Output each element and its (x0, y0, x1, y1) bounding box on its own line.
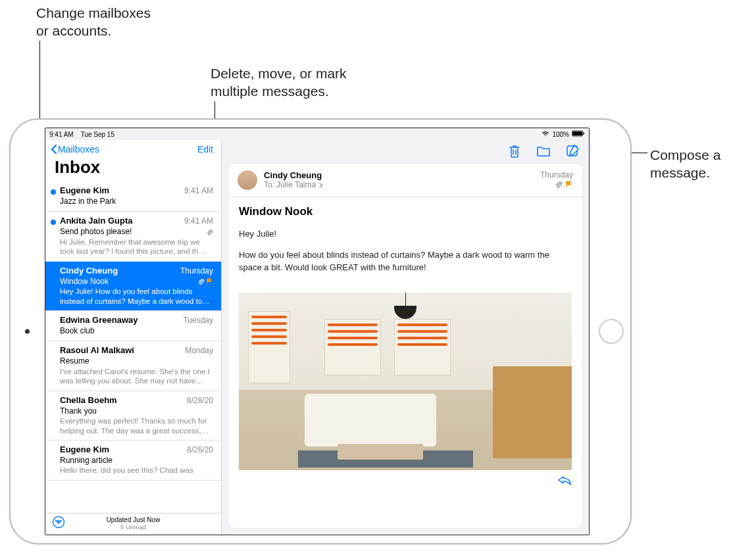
msg-preview: Hi Julie, Remember that awesome trip we … (60, 237, 213, 256)
sidebar-footer: Updated Just Now 5 Unread (45, 513, 221, 535)
mail-from[interactable]: Cindy Cheung (264, 170, 534, 180)
msg-preview: Hello there, did you see this? Chad was (60, 466, 213, 475)
callout-compose: Compose a message. (650, 146, 720, 182)
msg-date: Thursday (180, 266, 213, 277)
message-item[interactable]: Eugene Kim8/26/20Running articleHello th… (45, 441, 221, 481)
message-item[interactable]: Chella Boehm8/28/20Thank youEverything w… (45, 391, 221, 441)
status-date: Tue Sep 15 (81, 131, 114, 138)
mail-body-text: How do you feel about blinds instead of … (239, 249, 572, 274)
ipad-frame: 9:41 AM Tue Sep 15 100% (9, 118, 632, 544)
filter-icon (52, 516, 65, 529)
msg-date: 9:41 AM (184, 216, 213, 227)
mail-header: Cindy Cheung To: Julie Talma Thursday (228, 164, 582, 197)
home-button[interactable] (599, 319, 624, 344)
footer-unread: 5 Unread (52, 523, 214, 531)
chevron-right-icon (318, 183, 324, 188)
msg-sender: Rasoul Al Malkawi (60, 345, 134, 356)
svg-rect-1 (572, 132, 582, 135)
callout-mailboxes: Change mailboxes or accounts. (36, 4, 151, 40)
status-bar: 9:41 AM Tue Sep 15 100% (45, 128, 589, 140)
msg-date: 8/26/20 (187, 445, 213, 456)
detail-pane: Cindy Cheung To: Julie Talma Thursday (222, 140, 589, 535)
svg-rect-2 (584, 133, 585, 135)
msg-date: Tuesday (183, 316, 213, 326)
msg-preview: I've attached Carol's resume. She's the … (60, 367, 213, 386)
msg-sender: Eugene Kim (60, 445, 109, 456)
message-item[interactable]: Edwina GreenawayTuesdayBook club (45, 311, 221, 341)
status-time: 9:41 AM (49, 131, 74, 138)
msg-date: Monday (185, 346, 213, 356)
chevron-left-icon (51, 144, 57, 155)
paperclip-icon (197, 278, 205, 285)
msg-date: 9:41 AM (184, 186, 213, 197)
msg-sender: Chella Boehm (60, 395, 117, 406)
message-item[interactable]: Eugene Kim9:41 AMJazz in the Park (45, 181, 221, 212)
mail-card: Cindy Cheung To: Julie Talma Thursday (228, 164, 582, 528)
paperclip-icon (555, 181, 563, 189)
inbox-title: Inbox (45, 156, 221, 181)
paperclip-icon (206, 229, 213, 236)
flag-icon (206, 278, 213, 285)
folder-icon (536, 145, 551, 158)
msg-sender: Eugene Kim (60, 185, 109, 197)
toolbar (222, 140, 589, 161)
battery-icon (572, 130, 585, 138)
avatar[interactable] (238, 170, 257, 190)
msg-subject: Book club (60, 326, 95, 337)
message-item[interactable]: Rasoul Al MalkawiMondayResumeI've attach… (45, 341, 221, 391)
reply-icon (557, 474, 572, 486)
mail-date: Thursday (540, 170, 573, 180)
battery-pct: 100% (552, 131, 569, 138)
message-item[interactable]: Cindy CheungThursdayWindow NookHey Julie… (45, 262, 221, 311)
mailboxes-back-button[interactable]: Mailboxes (51, 144, 99, 155)
screen: 9:41 AM Tue Sep 15 100% (45, 128, 590, 535)
msg-subject: Thank you (60, 406, 97, 417)
flag-icon (565, 181, 573, 189)
msg-subject: Running article (60, 456, 113, 466)
camera-dot (25, 329, 30, 334)
unread-dot (51, 189, 56, 195)
to-name: Julie Talma (276, 180, 316, 189)
wifi-icon (542, 130, 549, 138)
to-label: To: (264, 180, 274, 189)
msg-subject: Send photos please! (60, 227, 132, 237)
reply-button[interactable] (557, 474, 572, 489)
message-item[interactable]: Ankita Jain Gupta9:41 AMSend photos plea… (45, 212, 221, 261)
mail-attachment-image[interactable] (239, 293, 572, 470)
mail-body: Hey Julie! How do you feel about blinds … (228, 221, 582, 289)
mail-to-row[interactable]: To: Julie Talma (264, 180, 534, 189)
trash-icon (508, 144, 521, 158)
msg-subject: Jazz in the Park (60, 197, 116, 207)
sidebar-nav: Mailboxes Edit (45, 140, 221, 156)
reply-bar (228, 470, 582, 494)
msg-preview: Everything was perfect! Thanks so much f… (60, 416, 213, 435)
unread-dot (51, 220, 56, 225)
move-button[interactable] (536, 144, 551, 158)
msg-sender: Cindy Cheung (60, 266, 118, 277)
footer-status: Updated Just Now (52, 516, 214, 523)
sidebar: Mailboxes Edit Inbox Eugene Kim9:41 AMJa… (45, 140, 222, 535)
msg-sender: Ankita Jain Gupta (60, 216, 133, 227)
back-label: Mailboxes (58, 144, 99, 155)
msg-subject: Resume (60, 356, 89, 367)
msg-preview: Hey Julie! How do you feel about blinds … (60, 287, 213, 306)
compose-button[interactable] (565, 144, 580, 158)
edit-button[interactable]: Edit (197, 144, 213, 155)
msg-date: 8/28/20 (187, 396, 213, 406)
delete-button[interactable] (507, 144, 522, 158)
message-list[interactable]: Eugene Kim9:41 AMJazz in the ParkAnkita … (45, 181, 221, 513)
msg-sender: Edwina Greenaway (60, 315, 138, 326)
callout-edit: Delete, move, or mark multiple messages. (211, 64, 347, 101)
mail-greeting: Hey Julie! (239, 228, 572, 241)
msg-subject: Window Nook (60, 277, 109, 287)
mail-subject: Window Nook (228, 197, 582, 221)
compose-icon (565, 144, 580, 158)
filter-button[interactable] (52, 516, 65, 531)
